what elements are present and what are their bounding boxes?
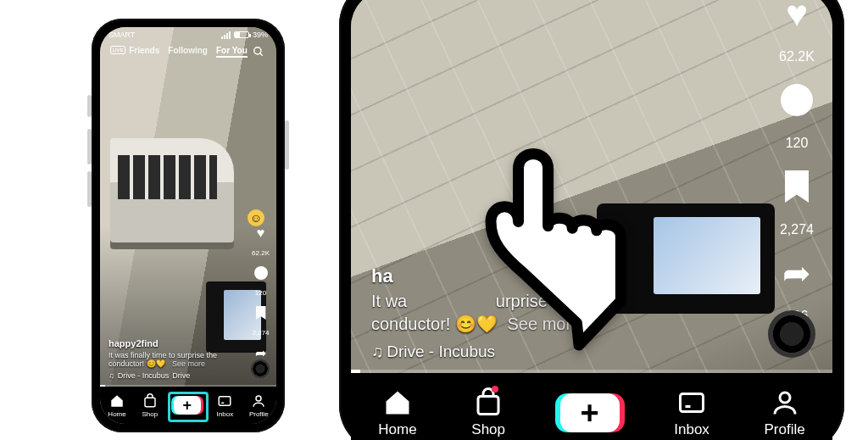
battery-percent: 39% (253, 31, 268, 39)
bookmark-count: 2,274 (780, 222, 814, 237)
like-button[interactable]: ♥ (778, 0, 815, 32)
nav-home-label: Home (108, 410, 125, 418)
notification-dot-icon (492, 386, 498, 393)
like-count: 62.2K (779, 49, 815, 64)
comment-count: 120 (786, 136, 809, 151)
phone-side-button (87, 95, 92, 117)
phone-frame-small: SMART 39% LIVE Friends Following For You… (92, 19, 285, 432)
tab-following[interactable]: Following (168, 46, 208, 58)
nav-shop[interactable]: Shop (471, 387, 505, 438)
post-meta: ha It wa ...hidden... urprise the conduc… (371, 265, 697, 361)
sticker-smiley-icon (248, 209, 264, 226)
post-sound[interactable]: Drive - Incubus Drive (108, 371, 234, 380)
sound-disc-icon[interactable] (768, 310, 815, 358)
svg-rect-2 (145, 398, 155, 407)
sound-disc-icon[interactable] (251, 359, 270, 378)
caption-frag-3: conductor! 😊💛 (371, 315, 498, 333)
comment-button[interactable] (778, 81, 815, 119)
nav-inbox-label: Inbox (217, 410, 234, 418)
phone-side-button (87, 171, 92, 207)
tab-friends[interactable]: Friends (129, 46, 159, 58)
svg-point-7 (780, 393, 790, 403)
nav-profile[interactable]: Profile (764, 387, 804, 438)
caption-frag-1: It wa (371, 292, 407, 310)
search-icon[interactable] (253, 46, 264, 58)
like-count: 62.2K (252, 249, 270, 257)
feed-tabs: Friends Following For You (100, 46, 276, 58)
sound-marquee: Drive (172, 371, 190, 380)
share-button[interactable]: ➦ (778, 254, 815, 292)
sound-title: Drive - Incubus (118, 371, 170, 380)
post-username[interactable]: ha (371, 265, 697, 287)
nav-inbox[interactable]: Inbox (217, 393, 234, 418)
svg-point-4 (256, 396, 261, 401)
battery-icon (234, 31, 249, 38)
carrier-label: SMART (108, 31, 135, 39)
post-meta: happy2find It was finally time to surpri… (108, 338, 234, 380)
svg-point-0 (254, 47, 261, 54)
tab-foryou[interactable]: For You (216, 46, 248, 58)
svg-line-1 (260, 53, 263, 56)
like-button[interactable]: ♥ (253, 226, 269, 241)
phone-side-button (87, 129, 92, 164)
status-bar: SMART 39% (100, 27, 276, 42)
action-rail: ♥ 62.2K 120 2,274 ➦ 206 (252, 226, 270, 376)
bookmark-button[interactable] (253, 305, 269, 320)
caption-frag-2: urprise the (496, 292, 576, 310)
bottom-nav: Home Shop Inbox Profile (100, 387, 276, 424)
see-more-link[interactable]: See more (508, 315, 581, 333)
plus-icon (174, 396, 201, 415)
nav-shop-label: Shop (142, 410, 158, 418)
post-username[interactable]: happy2find (108, 338, 234, 348)
nav-inbox-label: Inbox (674, 421, 709, 438)
nav-home-label: Home (378, 421, 416, 438)
comment-count: 120 (255, 289, 266, 297)
bookmark-count: 2,274 (253, 329, 270, 337)
post-caption[interactable]: It wa ...hidden... urprise the conductor… (371, 290, 697, 336)
svg-rect-3 (220, 396, 231, 405)
nav-profile-label: Profile (249, 410, 269, 418)
share-button[interactable]: ➦ (253, 345, 269, 360)
plus-icon (560, 393, 620, 432)
bottom-nav: Home Shop Inbox Profile (351, 373, 832, 440)
nav-home[interactable]: Home (108, 393, 125, 418)
nav-profile[interactable]: Profile (249, 393, 269, 418)
nav-inbox[interactable]: Inbox (674, 387, 709, 438)
see-more-link[interactable]: See more (172, 359, 205, 368)
phone-screen-small: SMART 39% LIVE Friends Following For You… (100, 27, 276, 424)
post-sound[interactable]: Drive - Incubus (371, 343, 697, 361)
nav-home[interactable]: Home (378, 387, 416, 438)
username-visible: ha (371, 265, 393, 287)
bookmark-button[interactable] (778, 168, 815, 205)
nav-shop[interactable]: Shop (142, 393, 158, 418)
comment-button[interactable] (253, 265, 269, 281)
nav-create[interactable] (560, 393, 620, 432)
phone-frame-large: ♥ 62.2K 120 2,274 ➦ 206 ha It wa ...hidd… (339, 0, 844, 440)
nav-shop-label: Shop (471, 421, 505, 438)
action-rail: ♥ 62.2K 120 2,274 ➦ 206 (778, 0, 815, 324)
svg-rect-6 (681, 394, 704, 412)
signal-icon (221, 31, 231, 39)
phone-screen-large: ♥ 62.2K 120 2,274 ➦ 206 ha It wa ...hidd… (351, 0, 832, 440)
phone-side-button (285, 120, 289, 170)
svg-rect-5 (478, 397, 498, 415)
video-subway-train (110, 138, 234, 249)
post-caption[interactable]: It was finally time to surprise the cond… (108, 351, 234, 368)
nav-profile-label: Profile (764, 421, 804, 438)
nav-create[interactable] (174, 396, 201, 415)
sound-title: Drive - Incubus (387, 343, 495, 361)
